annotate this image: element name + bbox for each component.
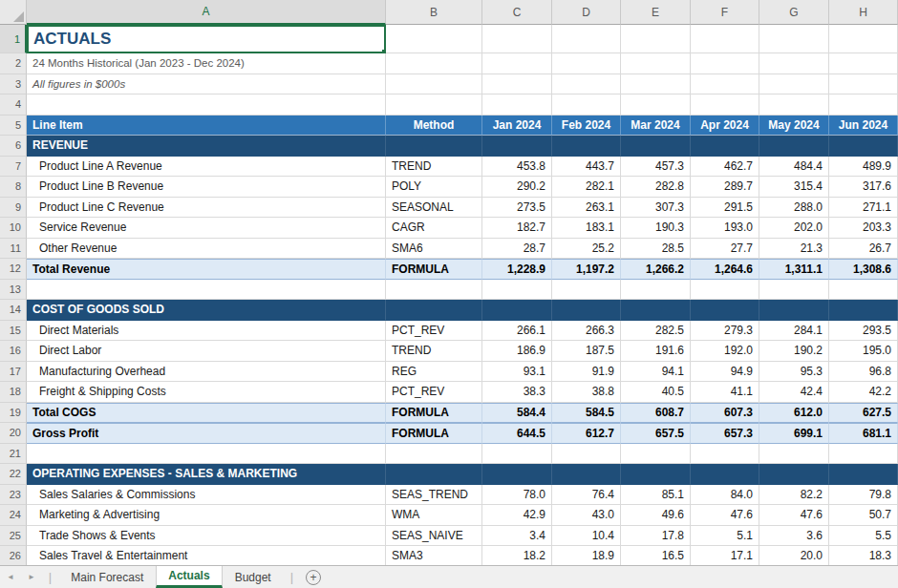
cell-H8[interactable]: 317.6 xyxy=(829,177,898,198)
row-header-23[interactable]: 23 xyxy=(0,485,27,506)
cell-B5[interactable]: Method xyxy=(386,116,482,136)
cell-E8[interactable]: 282.8 xyxy=(621,177,691,198)
cell-G12[interactable]: 1,311.1 xyxy=(759,259,829,280)
cell-A14[interactable]: COST OF GOODS SOLD xyxy=(27,300,386,321)
cell-G1[interactable] xyxy=(759,25,829,53)
cell-A16[interactable]: Direct Labor xyxy=(27,341,386,362)
cell-D22[interactable] xyxy=(552,464,621,485)
cell-B15[interactable]: PCT_REV xyxy=(386,321,482,342)
tab-scroll-right-icon[interactable]: ► xyxy=(21,566,42,588)
cell-C23[interactable]: 78.0 xyxy=(482,485,552,506)
cell-G15[interactable]: 284.1 xyxy=(759,321,829,342)
cell-G4[interactable] xyxy=(759,94,829,116)
cell-G5[interactable]: May 2024 xyxy=(759,116,829,136)
cell-F8[interactable]: 289.7 xyxy=(691,177,759,198)
cell-C7[interactable]: 453.8 xyxy=(482,157,552,178)
row-header-18[interactable]: 18 xyxy=(0,382,27,403)
cell-H15[interactable]: 293.5 xyxy=(829,321,898,342)
cell-G20[interactable]: 699.1 xyxy=(759,423,829,444)
cell-B21[interactable] xyxy=(386,444,482,465)
row-header-19[interactable]: 19 xyxy=(0,403,27,424)
cell-G8[interactable]: 315.4 xyxy=(759,177,829,198)
column-header-D[interactable]: D xyxy=(552,0,621,25)
cell-F10[interactable]: 193.0 xyxy=(691,218,759,239)
cell-F1[interactable] xyxy=(691,25,759,53)
cell-F6[interactable] xyxy=(691,136,759,157)
row-header-15[interactable]: 15 xyxy=(0,321,27,342)
cell-H19[interactable]: 627.5 xyxy=(829,403,898,424)
row-header-5[interactable]: 5 xyxy=(0,116,27,136)
cell-E13[interactable] xyxy=(621,280,691,301)
cell-C20[interactable]: 644.5 xyxy=(482,423,552,444)
cell-D13[interactable] xyxy=(552,280,621,301)
cell-E6[interactable] xyxy=(621,136,691,157)
cell-E19[interactable]: 608.7 xyxy=(621,403,691,424)
cell-B25[interactable]: SEAS_NAIVE xyxy=(386,526,482,547)
cell-F18[interactable]: 41.1 xyxy=(691,382,759,403)
cell-A20[interactable]: Gross Profit xyxy=(27,423,386,444)
cell-B16[interactable]: TREND xyxy=(386,341,482,362)
cell-H3[interactable] xyxy=(829,74,898,95)
select-all-corner[interactable] xyxy=(0,0,27,25)
cell-A25[interactable]: Trade Shows & Events xyxy=(27,526,386,547)
cell-D8[interactable]: 282.1 xyxy=(552,177,621,198)
cell-D26[interactable]: 18.9 xyxy=(552,546,621,565)
cell-E4[interactable] xyxy=(621,94,691,116)
cell-G17[interactable]: 95.3 xyxy=(759,362,829,383)
cell-G11[interactable]: 21.3 xyxy=(759,239,829,260)
cell-F4[interactable] xyxy=(691,94,759,116)
cell-C10[interactable]: 182.7 xyxy=(482,218,552,239)
cell-B24[interactable]: WMA xyxy=(386,505,482,526)
cell-E9[interactable]: 307.3 xyxy=(621,198,691,219)
cell-G2[interactable] xyxy=(759,53,829,74)
cell-E24[interactable]: 49.6 xyxy=(621,505,691,526)
cell-C18[interactable]: 38.3 xyxy=(482,382,552,403)
cell-G10[interactable]: 202.0 xyxy=(759,218,829,239)
cell-B13[interactable] xyxy=(386,280,482,301)
cell-C15[interactable]: 266.1 xyxy=(482,321,552,342)
row-header-1[interactable]: 1 xyxy=(0,25,27,53)
fill-handle[interactable] xyxy=(381,49,386,53)
cell-B12[interactable]: FORMULA xyxy=(386,259,482,280)
cell-H4[interactable] xyxy=(829,94,898,116)
cell-C25[interactable]: 3.4 xyxy=(482,526,552,547)
cell-C12[interactable]: 1,228.9 xyxy=(482,259,552,280)
cell-E12[interactable]: 1,266.2 xyxy=(621,259,691,280)
cell-B18[interactable]: PCT_REV xyxy=(386,382,482,403)
column-header-F[interactable]: F xyxy=(691,0,759,25)
cell-C17[interactable]: 93.1 xyxy=(482,362,552,383)
cell-F21[interactable] xyxy=(691,444,759,465)
cell-G9[interactable]: 288.0 xyxy=(759,198,829,219)
cell-C26[interactable]: 18.2 xyxy=(482,546,552,565)
cell-C21[interactable] xyxy=(482,444,552,465)
cell-B17[interactable]: REG xyxy=(386,362,482,383)
cell-F17[interactable]: 94.9 xyxy=(691,362,759,383)
row-header-9[interactable]: 9 xyxy=(0,198,27,219)
column-header-B[interactable]: B xyxy=(386,0,482,25)
cell-B6[interactable] xyxy=(386,136,482,157)
cell-D1[interactable] xyxy=(552,25,621,53)
cell-F11[interactable]: 27.7 xyxy=(691,239,759,260)
cell-D17[interactable]: 91.9 xyxy=(552,362,621,383)
cell-H9[interactable]: 271.1 xyxy=(829,198,898,219)
cell-G21[interactable] xyxy=(759,444,829,465)
row-header-25[interactable]: 25 xyxy=(0,526,27,547)
cell-G26[interactable]: 20.0 xyxy=(759,546,829,565)
cell-G24[interactable]: 47.6 xyxy=(759,505,829,526)
cell-E23[interactable]: 85.1 xyxy=(621,485,691,506)
row-header-2[interactable]: 2 xyxy=(0,53,27,74)
row-header-22[interactable]: 22 xyxy=(0,464,27,485)
cell-A12[interactable]: Total Revenue xyxy=(27,259,386,280)
cell-C8[interactable]: 290.2 xyxy=(482,177,552,198)
row-header-7[interactable]: 7 xyxy=(0,157,27,178)
cell-B26[interactable]: SMA3 xyxy=(386,546,482,565)
cell-F25[interactable]: 5.1 xyxy=(691,526,759,547)
cell-E15[interactable]: 282.5 xyxy=(621,321,691,342)
cell-D20[interactable]: 612.7 xyxy=(552,423,621,444)
cell-E26[interactable]: 16.5 xyxy=(621,546,691,565)
row-header-26[interactable]: 26 xyxy=(0,546,27,565)
cell-H22[interactable] xyxy=(829,464,898,485)
cell-A9[interactable]: Product Line C Revenue xyxy=(27,198,386,219)
cell-D11[interactable]: 25.2 xyxy=(552,239,621,260)
cell-G16[interactable]: 190.2 xyxy=(759,341,829,362)
